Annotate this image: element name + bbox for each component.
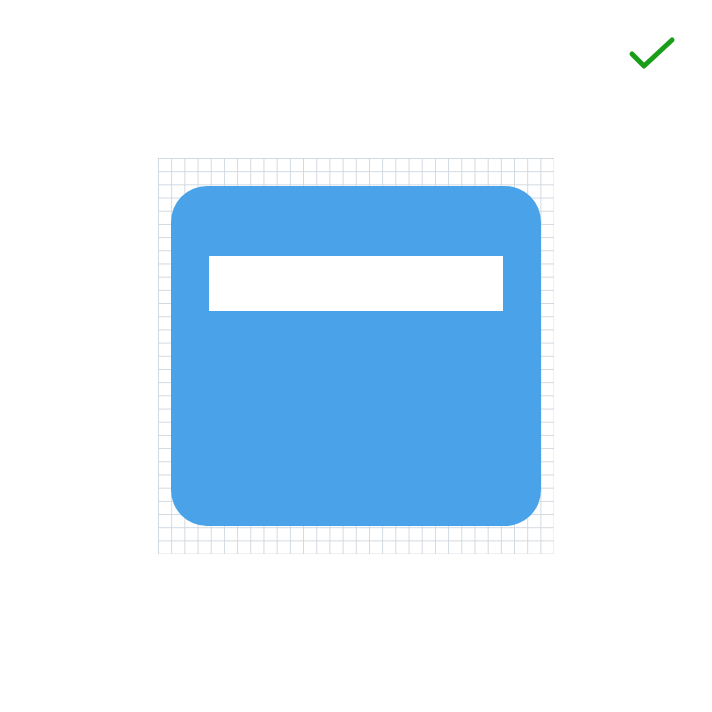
card-stripe xyxy=(209,256,503,311)
icon-grid-canvas xyxy=(158,158,554,554)
credit-card-icon xyxy=(171,186,541,526)
checkmark-icon xyxy=(628,36,676,72)
